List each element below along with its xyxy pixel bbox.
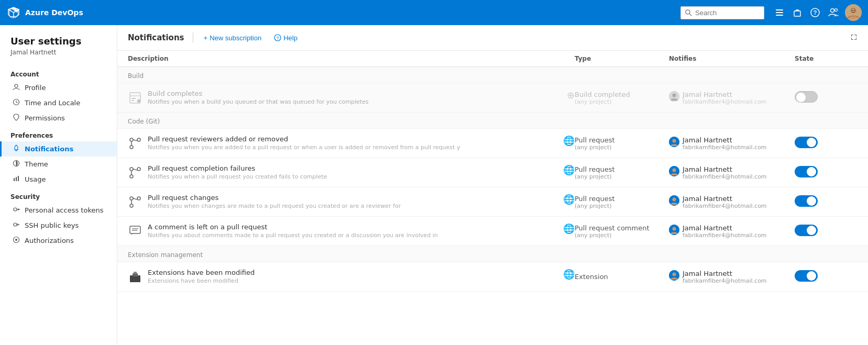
avatar-image (845, 4, 862, 21)
avatar-small-svg (669, 166, 679, 176)
notif-user: Jamal Hartnett fabrikamfiber4@hotmail.co… (669, 195, 795, 209)
list-icon (775, 8, 784, 17)
svg-point-51 (130, 168, 133, 171)
notif-text: Pull request completion failures Notifie… (148, 164, 554, 181)
notif-email: fabrikamfiber4@hotmail.com (683, 203, 767, 209)
theme-icon-svg (13, 160, 20, 167)
sidebar-item-ssh-public-keys[interactable]: SSH public keys (0, 218, 117, 233)
sidebar-section-preferences: Preferences (0, 126, 117, 141)
toggle-on[interactable] (795, 195, 818, 207)
app-logo[interactable]: Azure DevOps (6, 5, 83, 20)
notifications-icon (12, 144, 20, 153)
notif-type-sub: (any project) (575, 232, 669, 239)
notif-email: fabrikamfiber4@hotmail.com (683, 277, 767, 284)
notif-description: Extensions have been modified Extensions… (128, 269, 575, 285)
help-button[interactable]: ? Help (272, 33, 300, 43)
sidebar-item-profile[interactable]: Profile (0, 80, 117, 95)
notif-type-main: Pull request (575, 165, 669, 173)
app-name: Azure DevOps (25, 8, 83, 17)
notif-user-info: Jamal Hartnett fabrikamfiber4@hotmail.co… (683, 165, 767, 180)
ssh-icon-svg (13, 221, 20, 228)
svg-rect-24 (18, 176, 19, 181)
globe-icon[interactable]: 🌐 (563, 269, 575, 280)
sidebar-item-time-locale[interactable]: Time and Locale (0, 95, 117, 110)
toggle-container[interactable] (795, 270, 858, 283)
svg-point-1 (686, 9, 690, 14)
table-row: Build completes Notifies you when a buil… (117, 83, 868, 113)
svg-point-25 (14, 208, 17, 211)
notif-type-sub: (any project) (575, 144, 669, 151)
help-icon-button[interactable]: ? (808, 6, 822, 19)
sidebar-item-theme[interactable]: Theme (0, 157, 117, 172)
notif-subtitle: Notifies you when changes are made to a … (148, 203, 554, 210)
time-icon (12, 98, 20, 107)
toggle-container[interactable] (795, 166, 858, 179)
notif-subtitle: Notifies you about comments made to a pu… (148, 232, 554, 239)
notif-subtitle: Notifies you when a build you queued or … (148, 98, 557, 106)
svg-point-33 (15, 239, 17, 241)
shopping-icon-button[interactable] (790, 6, 804, 19)
toggle-knob (807, 196, 816, 206)
table-row: Pull request changes Notifies you when c… (117, 187, 868, 217)
toggle-container[interactable] (795, 225, 858, 238)
notif-user-info: Jamal Hartnett fabrikamfiber4@hotmail.co… (683, 224, 767, 239)
people-icon-button[interactable] (826, 6, 841, 19)
notif-type: Pull request (any project) (575, 195, 669, 209)
svg-line-2 (689, 14, 691, 16)
toggle-on[interactable] (795, 270, 818, 282)
svg-rect-63 (130, 226, 140, 233)
notif-title: Pull request reviewers added or removed (148, 135, 554, 143)
new-subscription-button[interactable]: + New subscription (202, 33, 264, 43)
toggle-container[interactable] (795, 91, 858, 104)
svg-point-72 (673, 272, 676, 276)
sidebar-item-label-notifications: Notifications (25, 145, 73, 153)
globe-icon[interactable]: 🌐 (563, 223, 575, 234)
plus-icon: + (204, 34, 208, 42)
globe-icon[interactable]: 🌐 (563, 164, 575, 175)
globe-add-icon[interactable]: ⊕ (567, 90, 575, 101)
profile-icon (12, 83, 20, 92)
svg-point-53 (137, 168, 140, 171)
globe-icon[interactable]: 🌐 (563, 194, 575, 205)
build-svg-icon (128, 91, 142, 105)
sidebar-item-usage[interactable]: Usage (0, 172, 117, 187)
search-box[interactable] (680, 6, 764, 19)
toggle-on[interactable] (795, 137, 818, 148)
usage-icon (12, 175, 20, 184)
search-icon (685, 9, 692, 16)
search-input[interactable] (695, 9, 753, 17)
sidebar-item-permissions[interactable]: Permissions (0, 110, 117, 126)
sidebar-section-security: Security (0, 187, 117, 203)
avatar[interactable] (845, 4, 862, 21)
sidebar-item-label-time-locale: Time and Locale (25, 99, 80, 107)
sidebar-item-personal-access-tokens[interactable]: Personal access tokens (0, 203, 117, 218)
token-icon (12, 206, 20, 215)
toggle-container[interactable] (795, 137, 858, 150)
notif-type-sub: (any project) (575, 173, 669, 180)
sidebar-item-label-pat: Personal access tokens (25, 206, 103, 214)
toggle-off[interactable] (795, 91, 818, 103)
table-row: Pull request completion failures Notifie… (117, 158, 868, 187)
toggle-knob (807, 138, 816, 147)
toggle-on[interactable] (795, 166, 818, 177)
list-icon-button[interactable] (773, 6, 786, 19)
toggle-on[interactable] (795, 225, 818, 236)
sidebar-item-authorizations[interactable]: Authorizations (0, 233, 117, 248)
svg-point-59 (137, 197, 140, 200)
globe-icon[interactable]: 🌐 (563, 135, 575, 146)
avatar-small-svg (669, 270, 679, 281)
user-avatar (669, 270, 679, 281)
user-avatar (669, 195, 679, 206)
ssh-icon (12, 221, 20, 230)
sidebar-item-notifications[interactable]: Notifications (0, 141, 117, 157)
sidebar-title: User settings (0, 36, 117, 49)
notif-subtitle: Notifies you when a pull request you cre… (148, 173, 554, 181)
svg-text:?: ? (814, 9, 817, 16)
notif-description: A comment is left on a pull request Noti… (128, 223, 575, 239)
notif-notifies: Jamal Hartnett fabrikamfiber4@hotmail.co… (669, 91, 795, 105)
svg-point-14 (852, 10, 853, 11)
auth-icon-svg (13, 236, 20, 243)
notif-notifies: Jamal Hartnett fabrikamfiber4@hotmail.co… (669, 165, 795, 180)
expand-icon[interactable] (850, 34, 858, 42)
toggle-container[interactable] (795, 195, 858, 208)
